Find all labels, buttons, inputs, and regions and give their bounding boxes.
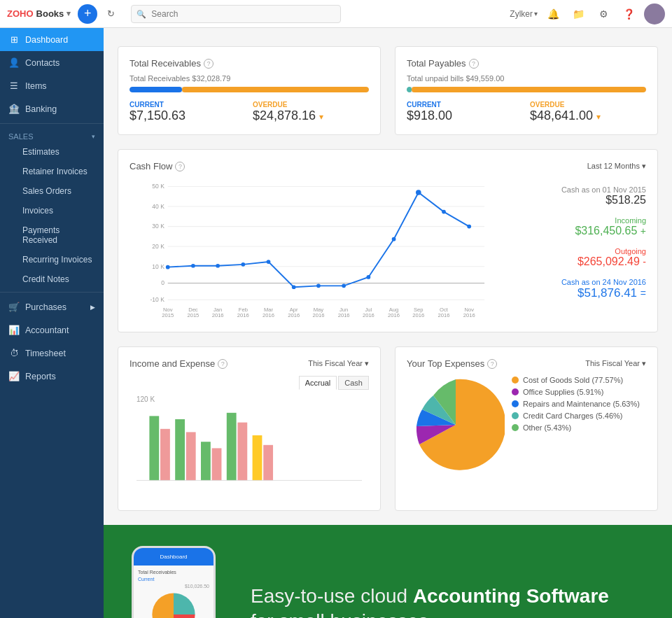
sidebar-item-payments-received[interactable]: Payments Received (14, 220, 104, 250)
svg-text:20 K: 20 K (152, 243, 164, 250)
legend-item-0: Cost of Goods Sold (77.57%) (512, 376, 640, 384)
cashflow-final-label: Cash as on 24 Nov 2016 (520, 278, 646, 286)
top-expenses-info-icon[interactable]: ? (487, 359, 497, 369)
payables-info-icon[interactable]: ? (469, 59, 479, 69)
sidebar-item-banking[interactable]: 🏦 Banking (0, 97, 104, 120)
sidebar-item-credit-notes[interactable]: Credit Notes (14, 269, 104, 289)
cashflow-incoming: Incoming $316,450.65 + (520, 216, 646, 237)
promo-banner: Dashboard Total Receivables Current $10,… (104, 525, 672, 618)
sidebar-item-purchases[interactable]: 🛒 Purchases ▶ (0, 295, 104, 318)
top-expenses-filter[interactable]: This Fiscal Year ▾ (585, 359, 646, 368)
sidebar-item-accountant[interactable]: 📊 Accountant (0, 318, 104, 342)
svg-point-21 (342, 283, 346, 288)
books-text: Books (36, 8, 64, 19)
top-expenses-title: Your Top Expenses ? (407, 358, 497, 369)
cashflow-opening-label: Cash as on 01 Nov 2015 (520, 185, 646, 194)
estimates-label: Estimates (22, 147, 59, 157)
svg-text:2016: 2016 (237, 312, 249, 318)
total-payables-card: Total Payables ? Total unpaid bills $49,… (395, 46, 658, 135)
svg-rect-58 (212, 448, 222, 480)
tab-accrual[interactable]: Accrual (299, 376, 337, 390)
legend-dot-2 (512, 400, 519, 407)
recurring-invoices-label: Recurring Invoices (22, 255, 92, 265)
svg-point-20 (316, 283, 321, 288)
purchases-arrow: ▶ (90, 304, 95, 311)
sidebar-item-invoices[interactable]: Invoices (14, 201, 104, 220)
sidebar-item-label: Timesheet (25, 349, 66, 358)
invoices-label: Invoices (22, 206, 53, 216)
avatar[interactable] (644, 3, 665, 24)
top-expenses-header: Your Top Expenses ? This Fiscal Year ▾ (407, 358, 646, 369)
promo-line1-bold: Accounting Software (413, 585, 609, 607)
legend-label-1: Office Supplies (5.91%) (523, 388, 603, 396)
refresh-icon[interactable]: ↻ (101, 4, 120, 24)
legend-dot-1 (512, 388, 519, 395)
folder-icon[interactable]: 📁 (568, 4, 588, 24)
tab-cash[interactable]: Cash (338, 376, 369, 390)
payables-current-label: CURRENT (407, 101, 523, 108)
svg-text:0: 0 (161, 279, 164, 286)
sidebar-item-items[interactable]: ☰ Items (0, 74, 104, 97)
payables-subtitle: Total unpaid bills $49,559.00 (407, 74, 646, 83)
cashflow-outgoing-value: $265,092.49 - (520, 255, 646, 268)
svg-point-16 (216, 264, 220, 268)
receivables-overdue-arrow[interactable]: ▾ (319, 112, 323, 122)
sidebar-item-estimates[interactable]: Estimates (14, 142, 104, 162)
search-container: 🔍 (131, 5, 341, 23)
income-expense-filter[interactable]: This Fiscal Year ▾ (308, 359, 369, 368)
app-logo[interactable]: ZOHO Books ▾ (7, 8, 71, 19)
cashflow-outgoing: Outgoing $265,092.49 - (520, 247, 646, 268)
legend-label-4: Other (5.43%) (523, 423, 571, 432)
help-icon[interactable]: ❓ (619, 4, 638, 24)
sidebar-item-recurring-invoices[interactable]: Recurring Invoices (14, 250, 104, 269)
sidebar-item-label: Reports (25, 372, 56, 381)
username: Zylker (510, 9, 533, 19)
sales-section-header[interactable]: Sales ▾ (0, 127, 104, 142)
cashflow-incoming-value: $316,450.65 + (520, 225, 646, 237)
cashflow-header: Cash Flow ? Last 12 Months ▾ (130, 161, 646, 171)
payables-overdue-arrow[interactable]: ▾ (596, 112, 601, 122)
sidebar-item-reports[interactable]: 📈 Reports (0, 365, 104, 388)
bell-icon[interactable]: 🔔 (543, 4, 563, 24)
retainer-invoices-label: Retainer Invoices (22, 167, 88, 176)
add-button[interactable]: + (78, 4, 97, 24)
payables-overdue-label: OVERDUE (530, 101, 646, 108)
sidebar-item-contacts[interactable]: 👤 Contacts (0, 51, 104, 74)
payables-progress-overdue (412, 87, 646, 92)
banking-icon: 🏦 (8, 104, 20, 114)
legend-label-3: Credit Card Charges (5.46%) (523, 412, 622, 420)
sidebar-item-label: Items (25, 81, 47, 91)
cashflow-filter[interactable]: Last 12 Months ▾ (587, 162, 646, 171)
app-dropdown-icon[interactable]: ▾ (66, 9, 71, 18)
svg-text:50 K: 50 K (152, 183, 164, 190)
zoho-text: ZOHO (7, 8, 34, 19)
metrics-row: Total Receivables ? Total Receivables $3… (118, 46, 658, 135)
search-input[interactable] (131, 5, 341, 23)
phone-top-bar: Dashboard (134, 548, 214, 566)
phone-pie-chart (149, 590, 198, 618)
legend-item-2: Repairs and Maintenance (5.63%) (512, 400, 640, 408)
income-expense-y-label: 120 K (136, 395, 362, 403)
cashflow-body: 50 K 40 K 30 K 20 K 10 K 0 -10 K (130, 178, 646, 321)
sidebar-item-retainer-invoices[interactable]: Retainer Invoices (14, 162, 104, 181)
sidebar-item-label: Contacts (25, 58, 59, 68)
cashflow-incoming-label: Incoming (520, 216, 646, 225)
income-expense-info-icon[interactable]: ? (218, 359, 227, 369)
receivables-info-icon[interactable]: ? (204, 59, 214, 69)
settings-icon[interactable]: ⚙ (594, 4, 613, 24)
legend-label-0: Cost of Goods Sold (77.57%) (523, 376, 623, 384)
sidebar-item-timesheet[interactable]: ⏱ Timesheet (0, 342, 104, 365)
cashflow-info-icon[interactable]: ? (175, 162, 185, 171)
sidebar-item-label: Purchases (25, 302, 66, 312)
cashflow-stats: Cash as on 01 Nov 2015 $518.25 Incoming … (520, 178, 646, 321)
cashflow-chart: 50 K 40 K 30 K 20 K 10 K 0 -10 K (130, 178, 506, 321)
sidebar-item-dashboard[interactable]: ⊞ Dashboard (0, 28, 104, 51)
promo-text: Easy-to-use cloud Accounting Software fo… (251, 585, 609, 618)
svg-point-17 (241, 262, 245, 267)
contacts-icon: 👤 (8, 57, 20, 68)
receivables-overdue-label: OVERDUE (253, 101, 369, 108)
income-expense-header: Income and Expense ? This Fiscal Year ▾ (130, 358, 369, 369)
user-label[interactable]: Zylker ▾ (510, 4, 538, 24)
income-expense-filter-arrow: ▾ (365, 359, 369, 367)
sidebar-item-sales-orders[interactable]: Sales Orders (14, 181, 104, 201)
